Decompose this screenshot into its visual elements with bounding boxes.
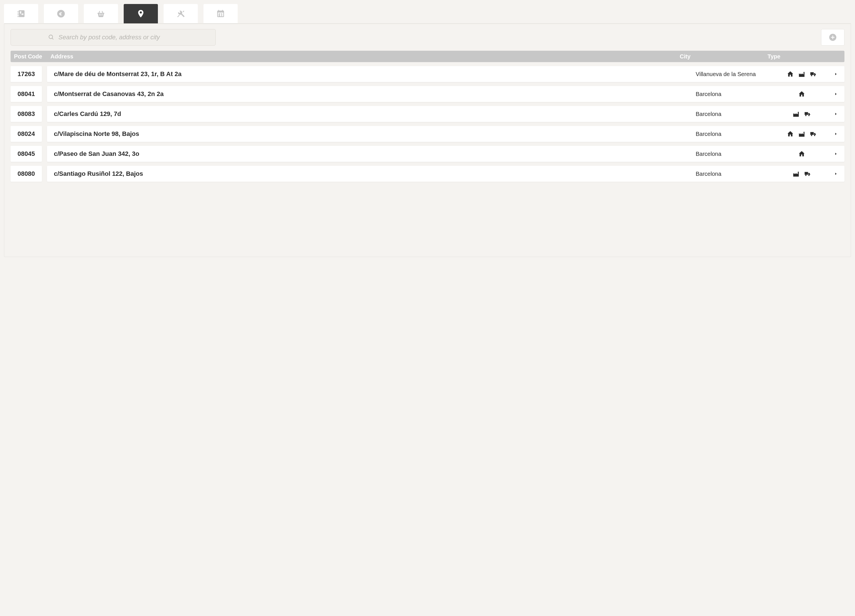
city-cell: Barcelona <box>693 131 776 137</box>
city-cell: Barcelona <box>693 171 776 177</box>
table-row: 08080c/Santiago Rusiñol 122, BajosBarcel… <box>11 166 844 182</box>
address-cell: c/Paseo de San Juan 342, 3o <box>47 150 693 158</box>
factory-icon <box>792 110 800 118</box>
col-city: City <box>680 53 762 60</box>
postcode-cell: 08083 <box>11 106 42 122</box>
caret-right-icon <box>834 132 838 136</box>
pin-icon <box>136 9 146 18</box>
row-open-button[interactable] <box>827 112 844 116</box>
city-cell: Villanueva de la Serena <box>693 71 776 78</box>
row-main[interactable]: c/Paseo de San Juan 342, 3oBarcelona <box>47 146 844 162</box>
factory-icon <box>792 170 800 178</box>
postcode-cell: 08080 <box>11 166 42 182</box>
truck-icon <box>809 70 817 78</box>
phonebook-icon <box>17 9 26 18</box>
search-icon <box>48 34 54 40</box>
search-input[interactable] <box>58 34 178 41</box>
truck-icon <box>804 110 811 118</box>
home-icon <box>798 150 805 158</box>
factory-icon <box>798 130 805 138</box>
row-open-button[interactable] <box>827 92 844 96</box>
table-row: 08024c/Vilapiscina Norte 98, BajosBarcel… <box>11 126 844 142</box>
tab-billing[interactable] <box>44 4 78 23</box>
wrench-icon <box>176 9 185 18</box>
type-cell <box>776 130 827 138</box>
caret-right-icon <box>834 72 838 76</box>
row-main[interactable]: c/Montserrat de Casanovas 43, 2n 2aBarce… <box>47 86 844 102</box>
tab-locations[interactable] <box>124 4 158 23</box>
row-open-button[interactable] <box>827 152 844 156</box>
table-row: 08083c/Carles Cardú 129, 7dBarcelona <box>11 106 844 122</box>
caret-right-icon <box>834 92 838 96</box>
tab-contacts[interactable] <box>4 4 38 23</box>
row-main[interactable]: c/Vilapiscina Norte 98, BajosBarcelona <box>47 126 844 142</box>
postcode-cell: 08045 <box>11 146 42 162</box>
address-cell: c/Mare de déu de Montserrat 23, 1r, B At… <box>47 70 693 78</box>
home-icon <box>787 70 794 78</box>
euro-icon <box>57 9 66 18</box>
home-icon <box>798 90 805 98</box>
col-type: Type <box>768 53 819 60</box>
address-cell: c/Santiago Rusiñol 122, Bajos <box>47 170 693 178</box>
tab-bar <box>0 0 855 23</box>
search-box[interactable] <box>11 29 216 46</box>
plus-icon <box>829 33 837 41</box>
col-postcode: Post Code <box>14 53 45 60</box>
row-main[interactable]: c/Carles Cardú 129, 7dBarcelona <box>47 106 844 122</box>
city-cell: Barcelona <box>693 151 776 157</box>
truck-icon <box>809 130 817 138</box>
caret-right-icon <box>834 172 838 176</box>
type-cell <box>776 170 827 178</box>
type-cell <box>776 150 827 158</box>
city-cell: Barcelona <box>693 111 776 117</box>
locations-panel: Post Code Address City Type 17263c/Mare … <box>4 23 851 257</box>
postcode-cell: 08024 <box>11 126 42 142</box>
table-body: 17263c/Mare de déu de Montserrat 23, 1r,… <box>11 66 844 182</box>
table-row: 08041c/Montserrat de Casanovas 43, 2n 2a… <box>11 86 844 102</box>
add-button[interactable] <box>821 29 844 46</box>
address-cell: c/Carles Cardú 129, 7d <box>47 110 693 118</box>
tab-calendar[interactable] <box>204 4 238 23</box>
tab-orders[interactable] <box>84 4 118 23</box>
toolbar <box>11 29 844 46</box>
calendar-icon <box>216 9 225 18</box>
factory-icon <box>798 70 805 78</box>
type-cell <box>776 110 827 118</box>
caret-right-icon <box>834 112 838 116</box>
type-cell <box>776 90 827 98</box>
table-row: 17263c/Mare de déu de Montserrat 23, 1r,… <box>11 66 844 82</box>
row-main[interactable]: c/Santiago Rusiñol 122, BajosBarcelona <box>47 166 844 182</box>
row-main[interactable]: c/Mare de déu de Montserrat 23, 1r, B At… <box>47 66 844 82</box>
row-open-button[interactable] <box>827 72 844 76</box>
caret-right-icon <box>834 152 838 156</box>
city-cell: Barcelona <box>693 91 776 97</box>
truck-icon <box>804 170 811 178</box>
type-cell <box>776 70 827 78</box>
basket-icon <box>97 9 106 18</box>
address-cell: c/Montserrat de Casanovas 43, 2n 2a <box>47 90 693 98</box>
home-icon <box>787 130 794 138</box>
col-address: Address <box>51 53 674 60</box>
postcode-cell: 17263 <box>11 66 42 82</box>
row-open-button[interactable] <box>827 132 844 136</box>
row-open-button[interactable] <box>827 172 844 176</box>
table-row: 08045c/Paseo de San Juan 342, 3oBarcelon… <box>11 146 844 162</box>
tab-tools[interactable] <box>164 4 198 23</box>
address-cell: c/Vilapiscina Norte 98, Bajos <box>47 130 693 138</box>
table-header: Post Code Address City Type <box>11 51 844 62</box>
postcode-cell: 08041 <box>11 86 42 102</box>
